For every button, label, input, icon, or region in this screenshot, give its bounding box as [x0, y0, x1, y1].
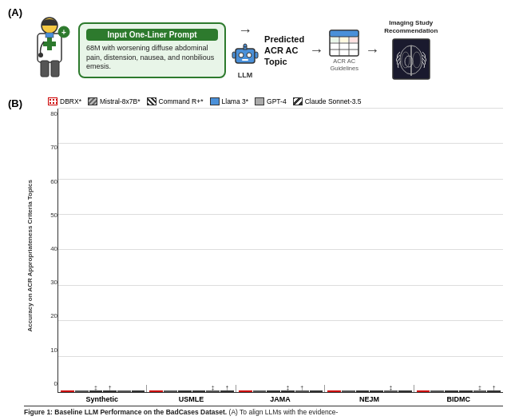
svg-point-7 [38, 53, 43, 57]
y-tick-60: 60 [50, 178, 57, 185]
legend-claude: Claude Sonnet-3.5 [293, 97, 362, 105]
bar-wrapper-dbrx [61, 390, 74, 392]
bar-group-usmle: ‡† [147, 385, 236, 392]
bar-gpt4-usmle [206, 390, 220, 392]
bar-llama-synthetic [103, 390, 117, 392]
imaging-label: Imaging StudyRecommendation [384, 19, 438, 34]
ai-robot-icon [231, 41, 259, 69]
y-tick-20: 20 [50, 312, 57, 319]
bar-mistral-synthetic [75, 390, 89, 392]
legend-label-llama: Llama 3* [222, 97, 249, 105]
bar-claude-synthetic [132, 390, 145, 392]
gridline-60 [58, 179, 503, 180]
bar-wrapper-dbrx [149, 390, 163, 392]
chart-plot: ‡†‡†‡†‡‡† SyntheticUSMLEJAMANEJMBIDMC [57, 109, 503, 403]
bar-symbol-gpt4: ‡ [478, 385, 481, 390]
bar-wrapper-dbrx [417, 390, 430, 392]
bar-mistral-usmle [164, 390, 177, 392]
legend-swatch-llama [210, 97, 220, 105]
y-tick-70: 70 [50, 144, 57, 151]
arrow-3: → [365, 42, 379, 59]
legend-mistral: Mistral-8x7B* [88, 97, 141, 105]
legend: DBRX* Mistral-8x7B* Command R+* Llama 3*… [48, 97, 503, 105]
bar-wrapper-mistral [75, 390, 89, 392]
panel-a-content: + Input One-Liner Prompt 68M with worsen… [26, 14, 503, 86]
svg-point-11 [239, 53, 244, 57]
bar-commandr-usmle [178, 390, 192, 392]
svg-rect-13 [242, 59, 248, 61]
bar-symbol-gpt4: ‡ [390, 385, 393, 390]
prompt-title: Input One-Liner Prompt [86, 29, 218, 41]
bar-wrapper-llama [192, 390, 206, 392]
bar-dbrx-bidmc [417, 390, 430, 392]
svg-text:+: + [61, 28, 66, 37]
panel-a: (A) [8, 6, 503, 94]
bar-mistral-nejm [342, 390, 355, 392]
y-title-col: Accuracy on ACR Appropriateness Criteria… [24, 109, 35, 403]
bar-claude-bidmc [487, 390, 501, 392]
bar-commandr-bidmc [445, 390, 458, 392]
legend-gpt4: GPT-4 [255, 97, 287, 105]
gridline-70 [58, 143, 503, 144]
legend-label-gpt4: GPT-4 [267, 97, 287, 105]
caption: Figure 1: Baseline LLM Performance on th… [24, 406, 503, 417]
bar-wrapper-mistral [342, 390, 355, 392]
bar-wrapper-gpt4: ‡ [384, 385, 398, 392]
legend-label-dbrx: DBRX* [60, 97, 81, 105]
prompt-text: 68M with worsening diffuse abdominal pai… [86, 44, 218, 72]
bar-wrapper-commandr [356, 390, 370, 392]
bar-symbol-llama: † [109, 385, 112, 390]
gridline-50 [58, 214, 503, 215]
bar-mistral-bidmc [430, 390, 444, 392]
bar-claude-jama [310, 390, 323, 392]
bar-dbrx-synthetic [61, 390, 74, 392]
bar-wrapper-mistral [164, 390, 177, 392]
bar-wrapper-commandr [178, 390, 192, 392]
bar-wrapper-gpt4 [117, 390, 131, 392]
bar-commandr-jama [267, 390, 280, 392]
bar-wrapper-claude [310, 390, 323, 392]
legend-swatch-gpt4 [255, 97, 264, 105]
chart-area: Accuracy on ACR Appropriateness Criteria… [24, 109, 503, 403]
bar-wrapper-llama [459, 390, 473, 392]
svg-point-12 [247, 53, 252, 57]
bar-wrapper-commandr: ‡ [89, 385, 103, 392]
arrow-1: → [238, 22, 252, 39]
bar-mistral-jama [253, 390, 267, 392]
imaging-section: Imaging StudyRecommendation [384, 19, 438, 81]
bar-wrapper-claude: † [487, 385, 501, 392]
bar-wrapper-dbrx [327, 390, 341, 392]
llm-label: LLM [238, 71, 253, 79]
y-ticks-col: 0 10 20 30 40 50 60 70 80 [35, 109, 57, 403]
bar-wrapper-mistral [253, 390, 267, 392]
panel-b: (B) DBRX* Mistral-8x7B* Command R+* [8, 97, 503, 417]
acr-guidelines-section: ACR ACGuidelines [328, 29, 360, 72]
y-tick-10: 10 [50, 347, 57, 354]
gridline-30 [58, 285, 503, 286]
legend-swatch-commandr [147, 97, 156, 105]
legend-llama: Llama 3* [210, 97, 249, 105]
gridline-80 [58, 108, 503, 109]
legend-label-mistral: Mistral-8x7B* [100, 97, 141, 105]
x-label-bidmc: BIDMC [414, 393, 503, 403]
bar-symbol-llama: ‡ [286, 385, 289, 390]
bar-wrapper-gpt4: † [295, 385, 309, 392]
legend-swatch-dbrx [48, 97, 57, 105]
bar-commandr-nejm [356, 390, 370, 392]
x-label-synthetic: Synthetic [57, 393, 147, 403]
gridline-20 [58, 320, 503, 321]
legend-label-claude: Claude Sonnet-3.5 [305, 97, 362, 105]
legend-dbrx: DBRX* [48, 97, 81, 105]
svg-rect-17 [255, 52, 258, 58]
bar-symbol-claude: † [493, 385, 496, 390]
legend-swatch-mistral [88, 97, 97, 105]
bar-gpt4-bidmc [473, 390, 487, 392]
bar-claude-usmle [220, 390, 234, 392]
bar-gpt4-jama [295, 390, 309, 392]
y-tick-30: 30 [50, 279, 57, 286]
svg-rect-25 [340, 38, 348, 42]
y-axis: Accuracy on ACR Appropriateness Criteria… [24, 109, 57, 403]
bar-llama-bidmc [459, 390, 473, 392]
y-tick-80: 80 [50, 110, 57, 117]
bar-dbrx-nejm [327, 390, 341, 392]
